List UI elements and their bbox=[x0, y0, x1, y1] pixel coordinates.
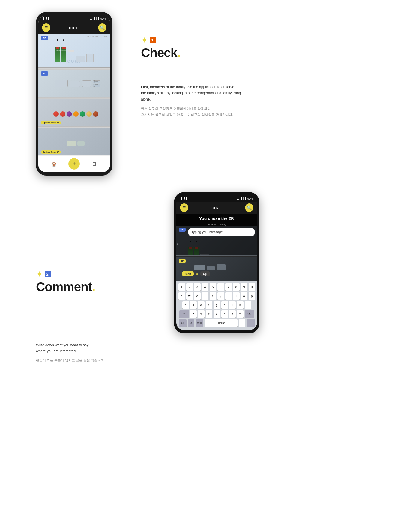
signal-icon-2: ▐▐▐ bbox=[241, 197, 246, 200]
key-backspace[interactable]: ⌫ bbox=[245, 310, 254, 318]
key-8[interactable]: 8 bbox=[233, 283, 240, 291]
key-x[interactable]: x bbox=[198, 310, 205, 318]
check-dot: . bbox=[177, 46, 181, 60]
battery-2: 92% bbox=[248, 197, 253, 200]
keyboard-row-asdf: a s d f g h j k l bbox=[177, 301, 256, 309]
fridge-1f-section[interactable]: 1F Greek sti Cream ch bbox=[38, 70, 110, 99]
nav-arrow-2[interactable]: ‹ bbox=[177, 241, 178, 246]
optimal-1f-section[interactable]: Optimal fresh 1F bbox=[38, 128, 110, 155]
check-title: Check. bbox=[141, 46, 181, 60]
chosen-text: You chose the 2F. bbox=[176, 214, 257, 223]
fridge-2f-badge: 2F bbox=[179, 228, 186, 232]
fridge-1f-phone2[interactable]: 1F size » Up bbox=[176, 257, 257, 281]
status-icons-1: ▲ ▐▐▐ 92% bbox=[90, 17, 106, 20]
key-l[interactable]: l bbox=[245, 301, 251, 309]
sparkle-icon-2: ✦ bbox=[36, 270, 43, 279]
shelf-divider-3 bbox=[38, 126, 110, 128]
fruit-peach-1 bbox=[93, 111, 98, 117]
key-9[interactable]: 9 bbox=[241, 283, 248, 291]
check-section: ✦ 1. Check. First, members of the family… bbox=[141, 36, 243, 118]
key-h[interactable]: h bbox=[221, 301, 228, 309]
key-shift[interactable]: ⇧ bbox=[179, 310, 189, 318]
key-0[interactable]: 0 bbox=[249, 283, 255, 291]
key-6[interactable]: 6 bbox=[218, 283, 224, 291]
key-number-toggle[interactable]: #1 bbox=[179, 319, 187, 327]
optimal-2f-section[interactable]: Optimal fresh 2F bbox=[38, 99, 110, 128]
key-t[interactable]: t bbox=[210, 292, 216, 300]
delete-button-1[interactable]: 🗑 bbox=[90, 159, 99, 169]
key-period[interactable]: . bbox=[239, 319, 245, 327]
keyboard[interactable]: 1 2 3 4 5 6 7 8 9 0 q w e r t bbox=[176, 281, 257, 330]
container-1f-3 bbox=[82, 80, 91, 87]
key-3[interactable]: 3 bbox=[194, 283, 201, 291]
phone2-screen: 1:51 ▲ ▐▐▐ 92% ☰ coa. 🔍 You chose the 2F… bbox=[176, 196, 257, 330]
key-p[interactable]: p bbox=[249, 292, 255, 300]
comment-dot: . bbox=[92, 280, 95, 294]
key-r[interactable]: r bbox=[202, 292, 208, 300]
home-button-1[interactable]: 🏠 bbox=[49, 159, 59, 169]
fridge-2f-phone2[interactable]: 2F Typing your message. bbox=[176, 226, 257, 256]
key-m[interactable]: m bbox=[237, 310, 244, 318]
up-chip[interactable]: Up bbox=[200, 271, 211, 276]
optimal-1f-label: Optimal fresh 1F bbox=[41, 150, 61, 154]
add-button-1[interactable]: + bbox=[68, 158, 80, 170]
nav-arrow-left[interactable]: ‹ bbox=[39, 48, 40, 53]
fruits-area bbox=[47, 105, 101, 120]
key-i[interactable]: i bbox=[233, 292, 240, 300]
key-w[interactable]: w bbox=[186, 292, 193, 300]
key-space[interactable]: English bbox=[205, 319, 238, 327]
key-v[interactable]: v bbox=[214, 310, 220, 318]
key-n[interactable]: n bbox=[229, 310, 236, 318]
comment-desc-kr: 관심이 가는 부분에 남기고 싶은 말을 적습니다. bbox=[36, 357, 105, 363]
comment-title: Comment. bbox=[36, 280, 95, 294]
app-logo-1: coa. bbox=[69, 25, 79, 30]
key-4[interactable]: 4 bbox=[202, 283, 208, 291]
key-y[interactable]: y bbox=[218, 292, 224, 300]
menu-button-1[interactable]: ☰ bbox=[42, 23, 50, 32]
size-chip[interactable]: size bbox=[182, 271, 194, 276]
key-q[interactable]: q bbox=[178, 292, 185, 300]
fridge-2f-section[interactable]: 2F All · Around Cooling ‹ PELLEGRI bbox=[38, 34, 110, 70]
key-a[interactable]: a bbox=[182, 301, 189, 309]
key-c[interactable]: c bbox=[206, 310, 212, 318]
key-u[interactable]: u bbox=[225, 292, 232, 300]
menu-icon-1: ☰ bbox=[44, 26, 48, 30]
check-desc-en: First, members of the family use the app… bbox=[141, 84, 243, 102]
container-1f-1 bbox=[55, 80, 68, 87]
fruit-red-1 bbox=[53, 111, 59, 117]
status-time-1: 1:51 bbox=[43, 17, 49, 20]
key-5[interactable]: 5 bbox=[210, 283, 216, 291]
comment-title-text: Comment bbox=[36, 280, 92, 294]
key-f[interactable]: f bbox=[206, 301, 212, 309]
key-lang-hanja[interactable]: 한자 bbox=[196, 319, 203, 327]
search-icon-2: 🔍 bbox=[247, 206, 252, 210]
search-button-1[interactable]: 🔍 bbox=[98, 23, 106, 32]
search-button-2[interactable]: 🔍 bbox=[245, 203, 254, 212]
optimal-2f-inner: Optimal fresh 2F bbox=[38, 99, 110, 126]
p2-1f-item-3 bbox=[217, 264, 226, 270]
key-z[interactable]: z bbox=[190, 310, 197, 318]
check-desc-kr: 먼저 식구의 구성원은 어플리케이션을 활용하여 혼자사는 식구의 냉장고 안을… bbox=[141, 106, 243, 118]
key-e[interactable]: e bbox=[194, 292, 201, 300]
optimal-2f-label: Optimal fresh 2F bbox=[41, 121, 61, 124]
key-k[interactable]: k bbox=[237, 301, 244, 309]
typing-bubble[interactable]: Typing your message. bbox=[188, 228, 255, 236]
shelf-divider-2 bbox=[38, 97, 110, 98]
key-d[interactable]: d bbox=[198, 301, 205, 309]
container-area-1f: Greek sti Cream ch bbox=[46, 77, 103, 89]
bottom-nav-1: 🏠 + 🗑 bbox=[38, 155, 110, 172]
bottle-green-1: PELLEGRI bbox=[55, 39, 60, 62]
typing-text: Typing your message. bbox=[191, 230, 224, 234]
key-s[interactable]: s bbox=[190, 301, 197, 309]
key-2[interactable]: 2 bbox=[186, 283, 193, 291]
menu-button-2[interactable]: ☰ bbox=[180, 203, 188, 212]
container-1f-group: Greek sti Cream ch bbox=[93, 80, 100, 87]
key-7[interactable]: 7 bbox=[225, 283, 232, 291]
key-1[interactable]: 1 bbox=[178, 283, 185, 291]
key-o[interactable]: o bbox=[241, 292, 248, 300]
key-j[interactable]: j bbox=[229, 301, 236, 309]
key-b[interactable]: b bbox=[221, 310, 228, 318]
key-g[interactable]: g bbox=[214, 301, 220, 309]
key-lang-eng[interactable]: 영 bbox=[188, 319, 194, 327]
key-return[interactable]: ↵ bbox=[247, 319, 255, 327]
